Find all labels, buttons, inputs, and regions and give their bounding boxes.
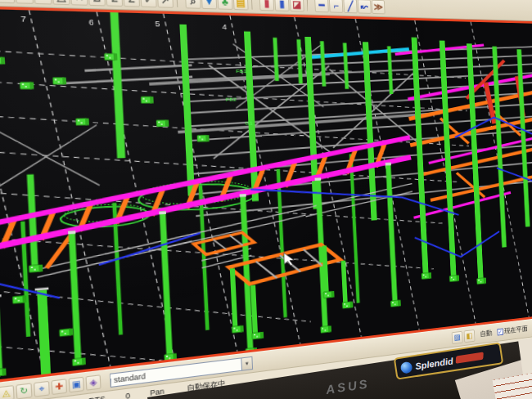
- member-label: FB1: [236, 68, 246, 73]
- checkbox-check-icon: ✓: [497, 328, 503, 335]
- grid-label: 5: [155, 20, 160, 29]
- sigma-icon[interactable]: Σ: [106, 0, 123, 7]
- polyline-icon[interactable]: ⌐: [329, 0, 343, 13]
- grid-label: 7: [20, 15, 27, 24]
- select-part-icon[interactable]: ◬: [0, 384, 15, 399]
- triangle-tool-icon[interactable]: △: [52, 0, 70, 5]
- point-red-icon[interactable]: ▮: [259, 0, 275, 11]
- corner-tool-icon[interactable]: ⊿: [88, 0, 106, 6]
- zee-icon[interactable]: Z: [123, 0, 140, 7]
- line-icon[interactable]: ━: [314, 0, 329, 12]
- binoculars-icon[interactable]: ⌕: [185, 0, 201, 9]
- arrow-tool-icon[interactable]: ↗: [157, 0, 174, 8]
- grid-label: 4: [222, 23, 228, 31]
- point-blue-icon[interactable]: ▮: [274, 0, 289, 11]
- toolbar-separator: [307, 0, 312, 11]
- sticker-text: Splendid: [415, 356, 454, 371]
- select-plate-icon[interactable]: ▣: [69, 376, 84, 392]
- checkbox-label: 現在平面: [504, 324, 528, 336]
- circle-tool-icon[interactable]: ○: [34, 0, 52, 5]
- cad-application-window: ▱ ◎ ∿ ⊠ ▭ ○ △ ✕ ⊿ Σ Z ✓ ↗ ⌕ ▼ ♣ ▤ ▮ ▮ ◪ …: [0, 0, 532, 399]
- numbering-icon[interactable]: ≫: [372, 0, 385, 14]
- snap-plus-icon[interactable]: ✚: [51, 379, 67, 395]
- filter-funnel-icon[interactable]: ▼: [201, 0, 217, 9]
- mouse-cursor: [284, 252, 295, 266]
- rect-tool-icon[interactable]: ▭: [16, 0, 34, 4]
- refresh-icon[interactable]: ↻: [16, 383, 32, 399]
- sticker-orb-icon: [400, 361, 413, 374]
- toolbar-separator: [251, 0, 257, 10]
- status-dts: DTS: [88, 394, 106, 399]
- current-plane-checkbox[interactable]: ✓ 現在平面: [497, 324, 528, 337]
- arc-icon[interactable]: ╱: [343, 0, 357, 13]
- snap-center-icon[interactable]: ⌖: [34, 380, 50, 397]
- auto-label: 自動: [480, 328, 492, 339]
- select-bolt-icon[interactable]: ◈: [85, 374, 101, 391]
- member-label: G1: [245, 120, 253, 125]
- cross-tool-icon[interactable]: ✕: [70, 0, 88, 6]
- tree-icon[interactable]: ♣: [217, 0, 232, 10]
- plane-shift-icon[interactable]: ◧: [464, 330, 476, 343]
- check-icon[interactable]: ✓: [140, 0, 156, 7]
- member-label: FB2: [226, 96, 237, 101]
- sticker-red-text: [456, 352, 484, 363]
- grid-label: 6: [88, 18, 94, 26]
- notes-icon[interactable]: ▤: [233, 0, 249, 11]
- cut-polygon-icon[interactable]: ⊠: [0, 0, 15, 3]
- flip-arrow-icon[interactable]: ↜: [358, 0, 372, 14]
- clash-check-icon[interactable]: ◪: [290, 0, 304, 11]
- toolbar-separator: [176, 0, 182, 7]
- photo-of-monitor: ▱ ◎ ∿ ⊠ ▭ ○ △ ✕ ⊿ Σ Z ✓ ↗ ⌕ ▼ ♣ ▤ ▮ ▮ ◪ …: [0, 0, 532, 399]
- status-count: 0: [125, 392, 130, 399]
- filter-dropdown-button[interactable]: ▾: [241, 356, 253, 370]
- plane-view-icon[interactable]: ▨: [452, 330, 463, 343]
